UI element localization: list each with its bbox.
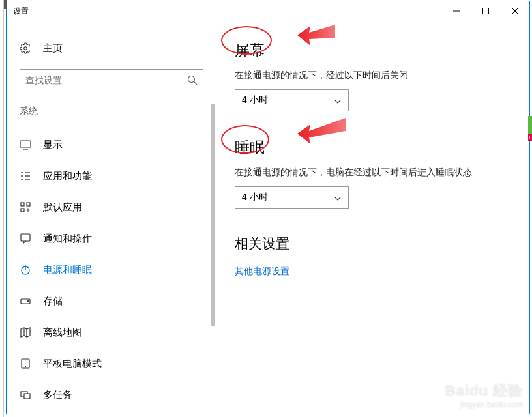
svg-rect-7 — [20, 141, 31, 147]
search-icon — [187, 75, 198, 85]
sidebar-item-display[interactable]: 显示 — [7, 129, 215, 160]
right-edge-decoration — [528, 116, 532, 136]
chevron-down-icon — [334, 194, 342, 201]
svg-line-6 — [194, 82, 198, 85]
svg-rect-15 — [21, 203, 24, 206]
sidebar-item-label: 离线地图 — [43, 326, 82, 339]
right-edge-plus: + — [528, 134, 532, 141]
window-controls — [441, 1, 529, 21]
sleep-timeout-dropdown[interactable]: 4 小时 — [235, 186, 349, 208]
sidebar-section-label: 系统 — [20, 106, 215, 117]
sidebar-item-offline-maps[interactable]: 离线地图 — [7, 317, 215, 348]
sidebar-item-label: 显示 — [43, 139, 63, 151]
display-icon — [20, 139, 31, 151]
sidebar-item-apps[interactable]: 应用和功能 — [7, 160, 215, 192]
scrollbar-thumb[interactable] — [211, 104, 215, 326]
svg-rect-1 — [482, 8, 488, 14]
svg-point-4 — [24, 47, 27, 50]
sidebar-item-power-sleep[interactable]: 电源和睡眠 — [7, 254, 215, 285]
sidebar-item-label: 通知和操作 — [43, 233, 92, 245]
multitasking-icon — [20, 389, 31, 401]
sidebar-item-label: 平板电脑模式 — [43, 358, 102, 370]
window-title: 设置 — [13, 6, 441, 17]
settings-window: 设置 主页 — [6, 1, 530, 414]
other-power-settings-link[interactable]: 其他电源设置 — [235, 266, 510, 278]
content-area: 主页 系统 显示 应用和功能 默认 — [7, 21, 529, 414]
minimize-button[interactable] — [441, 1, 471, 21]
sleep-section-title: 睡眠 — [235, 137, 510, 158]
svg-rect-30 — [24, 394, 30, 399]
home-label: 主页 — [43, 42, 63, 55]
svg-rect-16 — [21, 208, 24, 212]
dropdown-value: 4 小时 — [242, 192, 334, 203]
map-icon — [20, 326, 31, 338]
nav-list: 显示 应用和功能 默认应用 通知和操作 电源和睡眠 — [20, 129, 215, 410]
sidebar-item-label: 应用和功能 — [43, 170, 92, 182]
close-button[interactable] — [500, 1, 529, 21]
screen-section-title: 屏幕 — [235, 40, 510, 61]
search-input[interactable] — [20, 69, 203, 91]
sleep-section-desc: 在接通电源的情况下，电脑在经过以下时间后进入睡眠状态 — [235, 167, 510, 179]
default-apps-icon — [20, 201, 31, 213]
sidebar-item-label: 存储 — [43, 295, 63, 308]
sidebar-item-label: 电源和睡眠 — [43, 264, 92, 276]
svg-rect-20 — [21, 234, 30, 241]
dropdown-value: 4 小时 — [242, 94, 334, 106]
chevron-down-icon — [334, 96, 342, 104]
search-field[interactable] — [25, 75, 187, 85]
main-panel: 屏幕 在接通电源的情况下，经过以下时间后关闭 4 小时 睡眠 在接通电源的情况下… — [215, 21, 529, 414]
notifications-icon — [20, 233, 31, 244]
svg-point-24 — [27, 301, 29, 302]
sidebar-item-label: 默认应用 — [43, 201, 82, 214]
apps-icon — [20, 170, 31, 182]
sidebar-item-multitasking[interactable]: 多任务 — [7, 379, 215, 410]
sidebar-item-notifications[interactable]: 通知和操作 — [7, 223, 215, 254]
outer-left-edge — [0, 0, 4, 417]
storage-icon — [20, 295, 31, 307]
home-button[interactable]: 主页 — [20, 33, 215, 64]
maximize-button[interactable] — [471, 1, 500, 21]
sidebar: 主页 系统 显示 应用和功能 默认 — [7, 21, 215, 414]
sidebar-item-tablet-mode[interactable]: 平板电脑模式 — [7, 348, 215, 379]
screen-timeout-dropdown[interactable]: 4 小时 — [235, 89, 349, 111]
gear-icon — [20, 42, 31, 54]
outer-top-tab — [4, 0, 7, 9]
related-settings-title: 相关设置 — [235, 235, 510, 253]
sidebar-item-label: 多任务 — [43, 389, 72, 401]
power-icon — [20, 264, 31, 276]
sidebar-item-storage[interactable]: 存储 — [7, 285, 215, 317]
svg-rect-17 — [27, 203, 30, 206]
screen-section-desc: 在接通电源的情况下，经过以下时间后关闭 — [235, 70, 510, 81]
svg-point-5 — [188, 76, 195, 83]
titlebar: 设置 — [7, 1, 529, 21]
sidebar-item-default-apps[interactable]: 默认应用 — [7, 192, 215, 223]
tablet-icon — [20, 358, 31, 369]
